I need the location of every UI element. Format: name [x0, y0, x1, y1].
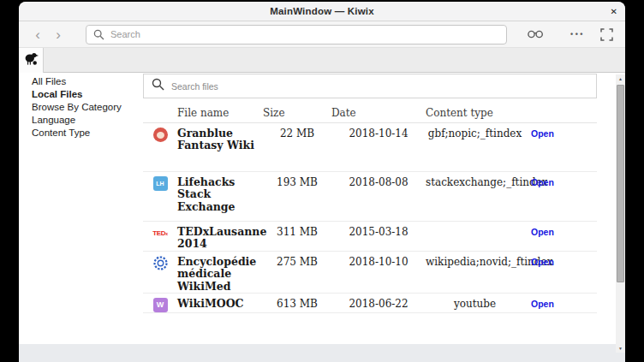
file-name: Lifehacks Stack Exchange	[177, 172, 263, 221]
sidebar-item-browse-by-category[interactable]: Browse By Category	[19, 101, 141, 114]
file-date: 2018-10-14	[331, 123, 426, 171]
column-content-type[interactable]: Content type	[426, 105, 524, 119]
sidebar-item-all-files[interactable]: All Files	[19, 75, 141, 88]
file-name: Encyclopédie médicale WikiMed	[177, 252, 263, 293]
kiwix-bird-icon	[24, 52, 39, 68]
table-row: W WikiMOOC 613 MB 2018-06-22 youtube Ope…	[143, 294, 597, 313]
back-button[interactable]: ‹	[27, 27, 48, 42]
column-date[interactable]: Date	[331, 105, 426, 119]
files-pane: File name Size Date Content type Granblu…	[141, 73, 625, 344]
file-date: 2018-06-22	[331, 294, 426, 312]
file-content-type: stackexchange;_ftindex	[426, 172, 524, 221]
file-date: 2018-10-10	[331, 252, 426, 293]
scroll-up-icon[interactable]: ▲	[616, 74, 625, 83]
window-title: MainWindow — Kiwix	[270, 6, 374, 16]
file-size: 193 MB	[263, 172, 331, 221]
column-icon	[143, 105, 177, 119]
sidebar-item-local-files[interactable]: Local Files	[19, 88, 141, 101]
files-search-box[interactable]	[143, 74, 597, 98]
wikimed-badge-icon	[143, 252, 177, 293]
search-icon	[93, 29, 104, 40]
file-date: 2018-08-08	[331, 172, 426, 221]
table-row: LH Lifehacks Stack Exchange 193 MB 2018-…	[143, 172, 597, 222]
close-icon[interactable]: ✕	[611, 2, 617, 21]
column-file-name[interactable]: File name	[177, 105, 263, 119]
kiwix-window: MainWindow — Kiwix ✕ ‹ › •••	[19, 2, 625, 362]
search-icon	[152, 78, 164, 94]
tab-bar	[19, 48, 625, 73]
lifehacks-badge-icon: LH	[143, 172, 177, 221]
toolbar: ‹ › •••	[19, 21, 625, 48]
forward-button[interactable]: ›	[48, 27, 69, 42]
file-size: 613 MB	[263, 294, 331, 312]
table-row: Encyclopédie médicale WikiMed 275 MB 201…	[143, 252, 597, 294]
sidebar-item-language[interactable]: Language	[19, 114, 141, 127]
open-link[interactable]: Open	[531, 257, 554, 267]
file-date: 2015-03-18	[331, 222, 426, 251]
toolbar-actions: •••	[527, 28, 613, 41]
file-name: Granblue Fantasy Wiki	[177, 123, 263, 171]
window-background	[19, 344, 625, 362]
wikimooc-badge-icon: W	[143, 294, 177, 312]
reading-glasses-icon[interactable]	[527, 29, 545, 39]
toolbar-search-input[interactable]	[110, 29, 499, 39]
ted-badge-icon: TEDx	[143, 222, 177, 251]
table-header: File name Size Date Content type	[143, 105, 597, 123]
tab-library[interactable]	[19, 48, 44, 73]
file-name: TEDxLausanne 2014	[177, 222, 263, 251]
file-size: 275 MB	[263, 252, 331, 293]
table-row: Granblue Fantasy Wiki 22 MB 2018-10-14 g…	[143, 123, 597, 172]
file-name: WikiMOOC	[177, 294, 263, 312]
file-content-type: wikipedia;novid;_ftindex	[426, 252, 524, 293]
vertical-scrollbar[interactable]: ▲ ▼	[616, 74, 625, 353]
open-link[interactable]: Open	[531, 128, 554, 139]
scrollbar-thumb[interactable]	[617, 85, 624, 282]
file-content-type: youtube	[426, 294, 524, 312]
fullscreen-icon[interactable]	[600, 28, 613, 41]
column-size[interactable]: Size	[263, 105, 331, 119]
file-content-type	[426, 222, 524, 251]
file-size: 311 MB	[263, 222, 331, 251]
open-link[interactable]: Open	[531, 227, 554, 237]
table-row: TEDx TEDxLausanne 2014 311 MB 2015-03-18…	[143, 222, 597, 252]
sidebar: All Files Local Files Browse By Category…	[19, 73, 141, 344]
files-search-input[interactable]	[171, 81, 588, 92]
overflow-menu-icon[interactable]: •••	[570, 30, 585, 39]
open-link[interactable]: Open	[531, 299, 554, 309]
file-content-type: gbf;nopic;_ftindex	[426, 123, 524, 171]
scroll-down-icon[interactable]: ▼	[616, 344, 625, 353]
title-bar: MainWindow — Kiwix ✕	[19, 2, 625, 21]
sidebar-item-content-type[interactable]: Content Type	[19, 127, 141, 139]
granblue-badge-icon	[143, 123, 177, 171]
toolbar-search-box[interactable]	[86, 25, 507, 45]
content-area: All Files Local Files Browse By Category…	[19, 73, 625, 344]
file-size: 22 MB	[263, 123, 331, 171]
column-actions	[524, 105, 597, 119]
open-link[interactable]: Open	[531, 177, 554, 187]
